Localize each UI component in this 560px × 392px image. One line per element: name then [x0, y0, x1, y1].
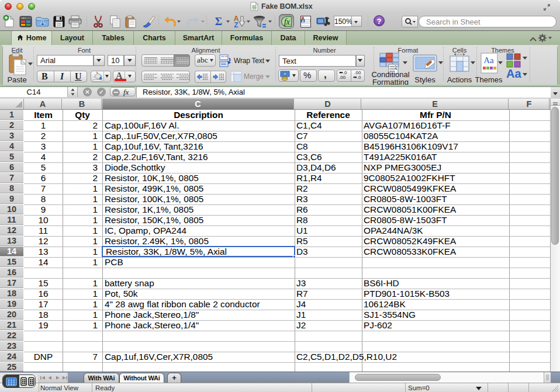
- svg-text:Σ: Σ: [215, 15, 222, 27]
- svg-text:fx: fx: [284, 18, 291, 26]
- svg-text:Z: Z: [234, 21, 238, 29]
- svg-text:a: a: [302, 19, 303, 23]
- svg-text:Aa: Aa: [483, 55, 494, 65]
